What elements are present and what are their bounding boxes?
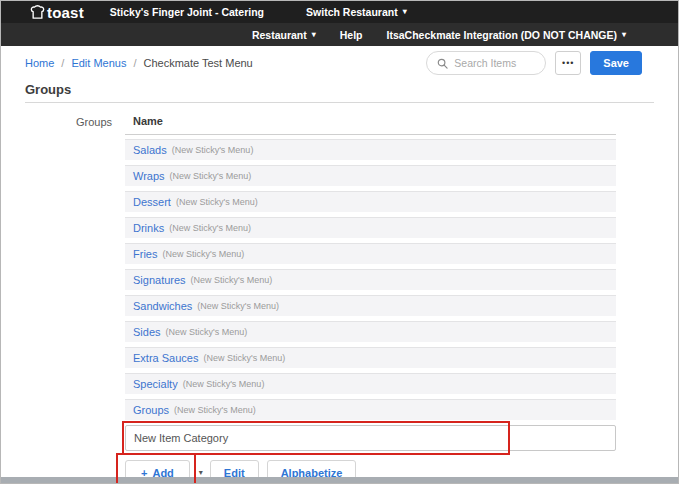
switch-restaurant-label: Switch Restaurant (306, 6, 398, 18)
search-input[interactable] (454, 57, 535, 69)
save-button[interactable]: Save (590, 51, 642, 75)
breadcrumb-home-link[interactable]: Home (25, 57, 54, 69)
group-menu-suffix: (New Sticky's Menu) (174, 405, 256, 415)
group-menu-suffix: (New Sticky's Menu) (166, 327, 248, 337)
toast-logo-text: toast (47, 4, 84, 21)
nav-integration-menu[interactable]: ItsaCheckmate Integration (DO NOT CHANGE… (387, 29, 626, 41)
group-name-link[interactable]: Wraps (133, 170, 165, 182)
toast-logo[interactable]: toast (30, 4, 84, 21)
breadcrumb-separator: / (61, 57, 64, 69)
nav-integration-label: ItsaCheckmate Integration (DO NOT CHANGE… (387, 29, 617, 41)
group-menu-suffix: (New Sticky's Menu) (197, 301, 279, 311)
group-rows: Salads (New Sticky's Menu) Wraps (New St… (125, 139, 616, 420)
group-row[interactable]: Signatures (New Sticky's Menu) (125, 269, 616, 290)
breadcrumb-separator: / (133, 57, 136, 69)
group-row[interactable]: Drinks (New Sticky's Menu) (125, 217, 616, 238)
search-icon (437, 58, 448, 69)
group-row[interactable]: Dessert (New Sticky's Menu) (125, 191, 616, 212)
group-name-link[interactable]: Groups (133, 404, 169, 416)
switch-restaurant-menu[interactable]: Switch Restaurant ▾ (306, 6, 407, 18)
group-row[interactable]: Salads (New Sticky's Menu) (125, 139, 616, 160)
group-name-link[interactable]: Extra Sauces (133, 352, 198, 364)
group-menu-suffix: (New Sticky's Menu) (203, 353, 285, 363)
topbar-secondary: Restaurant ▾ Help ItsaCheckmate Integrat… (1, 23, 678, 46)
group-menu-suffix: (New Sticky's Menu) (170, 171, 252, 181)
page-title-section: Groups (1, 80, 678, 103)
nav-restaurant-menu[interactable]: Restaurant ▾ (252, 29, 316, 41)
group-menu-suffix: (New Sticky's Menu) (176, 197, 258, 207)
groups-field-label: Groups (25, 115, 125, 484)
group-name-link[interactable]: Dessert (133, 196, 171, 208)
group-name-link[interactable]: Fries (133, 248, 157, 260)
page-title: Groups (25, 82, 654, 102)
topbar-primary: toast Sticky's Finger Joint - Catering S… (1, 1, 678, 23)
group-menu-suffix: (New Sticky's Menu) (172, 145, 254, 155)
name-column-header: Name (125, 115, 616, 135)
nav-help-link[interactable]: Help (340, 29, 363, 41)
breadcrumb-toolbar-row: Home / Edit Menus / Checkmate Test Menu … (1, 46, 678, 80)
app-window: toast Sticky's Finger Joint - Catering S… (0, 0, 679, 484)
group-name-link[interactable]: Salads (133, 144, 167, 156)
add-dropdown-caret-icon[interactable]: ▾ (199, 468, 203, 477)
groups-table-section: Groups Name Salads (New Sticky's Menu) W… (1, 115, 678, 484)
nav-restaurant-label: Restaurant (252, 29, 307, 41)
group-menu-suffix: (New Sticky's Menu) (169, 223, 251, 233)
new-item-category-input[interactable] (125, 425, 616, 451)
window-bottom-edge (1, 477, 678, 483)
groups-table: Name Salads (New Sticky's Menu) Wraps (N… (125, 115, 616, 484)
group-row[interactable]: Extra Sauces (New Sticky's Menu) (125, 347, 616, 368)
group-row[interactable]: Specialty (New Sticky's Menu) (125, 373, 616, 394)
group-name-link[interactable]: Specialty (133, 378, 178, 390)
more-options-button[interactable]: ••• (555, 51, 581, 75)
nav-help-label: Help (340, 29, 363, 41)
title-divider (25, 102, 654, 103)
toolbar: ••• Save (426, 51, 642, 75)
breadcrumb: Home / Edit Menus / Checkmate Test Menu (25, 57, 253, 69)
group-row[interactable]: Sandwiches (New Sticky's Menu) (125, 295, 616, 316)
current-restaurant-name: Sticky's Finger Joint - Catering (110, 6, 264, 18)
group-menu-suffix: (New Sticky's Menu) (191, 275, 273, 285)
group-row[interactable]: Groups (New Sticky's Menu) (125, 399, 616, 420)
breadcrumb-current-page: Checkmate Test Menu (144, 57, 253, 69)
group-menu-suffix: (New Sticky's Menu) (162, 249, 244, 259)
new-item-row (125, 425, 616, 451)
group-name-link[interactable]: Sides (133, 326, 161, 338)
group-menu-suffix: (New Sticky's Menu) (183, 379, 265, 389)
group-name-link[interactable]: Signatures (133, 274, 186, 286)
search-box[interactable] (426, 51, 546, 75)
chevron-down-icon: ▾ (403, 8, 407, 16)
toast-bread-icon (30, 5, 45, 20)
group-row[interactable]: Fries (New Sticky's Menu) (125, 243, 616, 264)
chevron-down-icon: ▾ (312, 31, 316, 39)
group-row[interactable]: Sides (New Sticky's Menu) (125, 321, 616, 342)
group-name-link[interactable]: Sandwiches (133, 300, 192, 312)
breadcrumb-edit-menus-link[interactable]: Edit Menus (71, 57, 126, 69)
group-row[interactable]: Wraps (New Sticky's Menu) (125, 165, 616, 186)
group-name-link[interactable]: Drinks (133, 222, 164, 234)
chevron-down-icon: ▾ (622, 31, 626, 39)
